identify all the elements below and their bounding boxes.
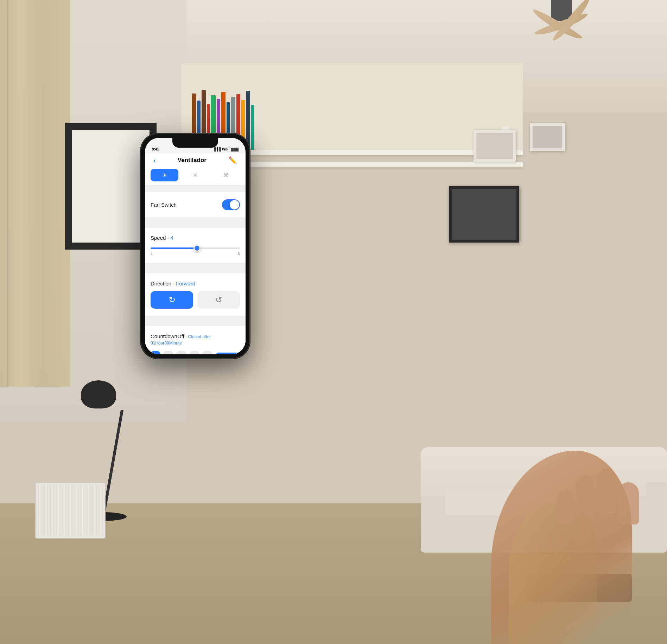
slider-labels: 1 6 (151, 252, 240, 256)
tab-1-icon: ☀ (162, 172, 167, 179)
direction-text: Direction (151, 281, 171, 286)
countdown-bar-4[interactable] (202, 351, 212, 354)
speed-card: Speed · 4 1 6 (145, 228, 246, 263)
slider-min: 1 (151, 252, 153, 256)
radiator-fin (56, 485, 60, 536)
countdown-dot: · (186, 334, 188, 339)
forward-button[interactable]: ↺ (151, 291, 193, 309)
countdown-row: CountdownOff · Closed after 01Hour00Minu… (151, 332, 240, 347)
direction-row: Direction · Forward (151, 279, 240, 288)
slider-fill (151, 247, 197, 249)
lamp-arm (102, 410, 123, 514)
coffee-table (526, 574, 632, 602)
phone-screen: 9:41 ▐▐▐ WiFi ▓▓▓ ‹ Ventilador ✏️ (145, 138, 246, 354)
radiator-fin (38, 485, 42, 536)
radiator-fin (75, 485, 78, 536)
tab-2-icon: ✳ (192, 171, 198, 179)
slider-max: 6 (238, 252, 240, 256)
signal-icon: ▐▐▐ (213, 147, 221, 151)
phone-frame: 9:41 ▐▐▐ WiFi ▓▓▓ ‹ Ventilador ✏️ (141, 134, 250, 359)
sofa-cushion (519, 489, 590, 516)
radiator-fin (87, 485, 90, 536)
countdown-bar-active[interactable] (151, 351, 160, 354)
countdown-start-button[interactable]: Start (215, 353, 240, 355)
room-background: DAVID LACHAPELLE (0, 0, 667, 644)
countdown-label-group: CountdownOff · Closed after 01Hour00Minu… (151, 333, 240, 346)
ceiling-fan (526, 0, 597, 35)
app-header: ‹ Ventilador ✏️ (145, 153, 246, 169)
reverse-button[interactable]: ↺ (197, 291, 240, 309)
scrollable-content: Fan Switch Speed · (145, 185, 246, 354)
photo-frame-2 (530, 123, 565, 151)
divider-3 (145, 319, 246, 323)
speed-dot: · (167, 235, 170, 241)
radiator-fin (62, 485, 66, 536)
back-button[interactable]: ‹ (152, 155, 157, 166)
fan-blades (526, 14, 597, 35)
radiator-fin (99, 485, 103, 536)
divider-top (145, 185, 246, 189)
direction-label-group: Direction · Forward (151, 281, 195, 287)
speed-text: Speed (151, 235, 166, 241)
status-icons: ▐▐▐ WiFi ▓▓▓ (213, 147, 239, 151)
countdown-text: CountdownOff (151, 333, 184, 339)
tab-bar: ☀ ✳ ❋ (145, 169, 246, 185)
countdown-card: CountdownOff · Closed after 01Hour00Minu… (145, 326, 246, 354)
sofa-cushion (445, 489, 516, 516)
direction-value: Forward (176, 281, 195, 286)
radiator-fin (81, 485, 84, 536)
radiator-fin (68, 485, 72, 536)
tab-3[interactable]: ❋ (212, 169, 240, 181)
large-photo-frame (449, 186, 519, 243)
slider-thumb[interactable] (193, 245, 201, 252)
speed-row: Speed · 4 (151, 233, 240, 243)
book (251, 105, 254, 150)
speed-slider-track[interactable] (151, 247, 240, 249)
countdown-bar-1[interactable] (163, 351, 173, 354)
fan-switch-row: Fan Switch (151, 198, 240, 212)
tab-3-icon: ❋ (223, 171, 229, 179)
photo-frame-1 (474, 130, 516, 162)
direction-buttons: ↺ ↺ (151, 288, 240, 310)
toggle-thumb (230, 200, 239, 210)
tab-2[interactable]: ✳ (181, 169, 209, 181)
divider-1 (145, 221, 246, 224)
countdown-bars: Start (151, 347, 240, 354)
countdown-bar-3[interactable] (189, 351, 199, 354)
phone-notch (172, 138, 218, 148)
direction-card: Direction · Forward ↺ ↺ (145, 273, 246, 316)
countdown-bar-2[interactable] (176, 351, 186, 354)
divider-2 (145, 266, 246, 270)
forward-icon: ↺ (169, 295, 176, 305)
radiator-fin (44, 485, 48, 536)
radiator-fin (93, 485, 96, 536)
speed-value: 4 (170, 235, 173, 241)
sofa (421, 447, 667, 581)
wifi-icon: WiFi (222, 147, 229, 151)
fan-switch-toggle[interactable] (222, 199, 240, 210)
lamp-head (81, 380, 116, 408)
phone-device: 9:41 ▐▐▐ WiFi ▓▓▓ ‹ Ventilador ✏️ (141, 134, 250, 359)
fan-switch-label: Fan Switch (151, 202, 177, 208)
radiator-fin (50, 485, 54, 536)
app-title: Ventilador (178, 157, 207, 164)
sofa-arm-right (646, 482, 667, 553)
app-screen: ‹ Ventilador ✏️ ☀ ✳ ❋ (145, 153, 246, 354)
speed-label: Speed · 4 (151, 235, 173, 241)
tab-1[interactable]: ☀ (151, 169, 178, 181)
status-time: 9:41 (152, 147, 159, 151)
radiator (35, 482, 106, 539)
edit-button[interactable]: ✏️ (227, 155, 239, 166)
reverse-icon: ↺ (215, 295, 222, 305)
fan-switch-card: Fan Switch (145, 192, 246, 217)
battery-icon: ▓▓▓ (231, 147, 239, 151)
curtain (0, 0, 70, 387)
direction-dot: · (173, 281, 176, 286)
speed-slider-container: 1 6 (151, 243, 240, 257)
